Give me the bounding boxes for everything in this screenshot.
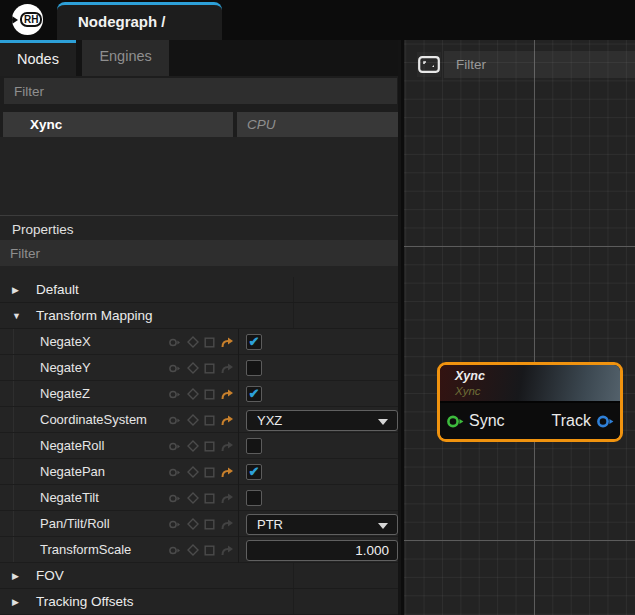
- group-row-fov[interactable]: ▶FOV: [0, 563, 398, 589]
- tab-nodes[interactable]: Nodes: [0, 40, 76, 76]
- diamond-icon[interactable]: [187, 440, 199, 452]
- node-list-name[interactable]: Xync: [3, 112, 233, 137]
- checkbox-negatex[interactable]: ✔: [246, 334, 262, 350]
- properties-tree: ▶Default▼Transform MappingNegateX✔Negate…: [0, 277, 398, 615]
- property-row-negatetilt[interactable]: NegateTilt: [0, 485, 398, 511]
- tab-nodegraph-actions[interactable]: Nodegraph / Actions: [57, 2, 222, 40]
- node-xync[interactable]: Xync Xync Sync Track: [437, 362, 623, 442]
- properties-filter-input[interactable]: [0, 240, 398, 266]
- node-list-row[interactable]: Xync CPU: [0, 112, 398, 137]
- node-header[interactable]: Xync Xync: [440, 365, 620, 401]
- diamond-icon[interactable]: [187, 362, 199, 374]
- property-value: 1.000: [238, 537, 398, 563]
- diamond-icon[interactable]: [187, 336, 199, 348]
- link-arrow-icon[interactable]: [220, 492, 234, 504]
- link-arrow-icon[interactable]: [220, 388, 234, 400]
- nodegraph-canvas[interactable]: Xync Xync Sync Track: [404, 40, 635, 615]
- canvas-filter-input[interactable]: [444, 51, 635, 78]
- logo-text: RH: [20, 12, 42, 27]
- chevron-right-icon[interactable]: ▶: [12, 277, 19, 303]
- port-sync[interactable]: Sync: [446, 412, 505, 430]
- dropdown-value: YXZ: [257, 413, 282, 428]
- chevron-down-icon: [378, 419, 388, 425]
- app-window: RH Nodegraph / Actions Nodes Engines Xyn…: [0, 0, 635, 615]
- grid-major-hline: [404, 246, 635, 247]
- fit-view-icon: [418, 56, 440, 73]
- connector-icon[interactable]: [168, 493, 182, 504]
- diamond-icon[interactable]: [187, 388, 199, 400]
- connector-icon[interactable]: [168, 363, 182, 374]
- link-arrow-icon[interactable]: [220, 336, 234, 348]
- left-panel: Nodes Engines Xync CPU Properties ▶Defau…: [0, 40, 401, 615]
- input-port-icon[interactable]: [446, 414, 464, 429]
- group-row-transform-mapping[interactable]: ▼Transform Mapping: [0, 303, 398, 329]
- square-icon[interactable]: [204, 337, 215, 348]
- property-value: ✔: [238, 329, 398, 355]
- property-row-coordinatesystem[interactable]: CoordinateSystemYXZ: [0, 407, 398, 433]
- link-arrow-icon[interactable]: [220, 362, 234, 374]
- chevron-down-icon[interactable]: ▼: [12, 303, 21, 329]
- group-label: Tracking Offsets: [36, 589, 134, 615]
- app-logo[interactable]: RH: [12, 4, 43, 35]
- checkbox-negatey[interactable]: [246, 360, 262, 376]
- input-transformscale[interactable]: 1.000: [246, 540, 398, 561]
- port-track[interactable]: Track: [552, 412, 614, 430]
- group-row-default[interactable]: ▶Default: [0, 277, 398, 303]
- diamond-icon[interactable]: [187, 492, 199, 504]
- diamond-icon[interactable]: [187, 466, 199, 478]
- property-row-negatez[interactable]: NegateZ✔: [0, 381, 398, 407]
- checkbox-negatez[interactable]: ✔: [246, 386, 262, 402]
- square-icon[interactable]: [204, 441, 215, 452]
- property-state-icons: [168, 433, 234, 459]
- chevron-right-icon[interactable]: ▶: [12, 589, 19, 615]
- property-row-negateroll[interactable]: NegateRoll: [0, 433, 398, 459]
- connector-icon[interactable]: [168, 467, 182, 478]
- square-icon[interactable]: [204, 545, 215, 556]
- property-state-icons: [168, 355, 234, 381]
- connector-icon[interactable]: [168, 441, 182, 452]
- square-icon[interactable]: [204, 493, 215, 504]
- checkbox-negatetilt[interactable]: [246, 490, 262, 506]
- property-row-pan-tilt-roll[interactable]: Pan/Tilt/RollPTR: [0, 511, 398, 537]
- property-label: CoordinateSystem: [40, 407, 147, 433]
- property-value: ✔: [238, 459, 398, 485]
- checkbox-negateroll[interactable]: [246, 438, 262, 454]
- checkbox-negatepan[interactable]: ✔: [246, 464, 262, 480]
- diamond-icon[interactable]: [187, 518, 199, 530]
- diamond-icon[interactable]: [187, 414, 199, 426]
- tab-engines[interactable]: Engines: [82, 40, 168, 76]
- dropdown-pan-tilt-roll[interactable]: PTR: [246, 514, 398, 535]
- link-arrow-icon[interactable]: [220, 518, 234, 530]
- square-icon[interactable]: [204, 519, 215, 530]
- property-row-negatex[interactable]: NegateX✔: [0, 329, 398, 355]
- link-arrow-icon[interactable]: [220, 466, 234, 478]
- square-icon[interactable]: [204, 415, 215, 426]
- property-row-transformscale[interactable]: TransformScale1.000: [0, 537, 398, 563]
- node-filter-input[interactable]: [4, 78, 397, 104]
- property-value: [238, 485, 398, 511]
- output-port-icon[interactable]: [596, 414, 614, 429]
- connector-icon[interactable]: [168, 519, 182, 530]
- fit-view-button[interactable]: [417, 52, 441, 77]
- chevron-right-icon[interactable]: ▶: [12, 563, 19, 589]
- square-icon[interactable]: [204, 363, 215, 374]
- dropdown-coordinatesystem[interactable]: YXZ: [246, 410, 398, 431]
- dropdown-value: PTR: [257, 517, 283, 532]
- node-list-engine[interactable]: CPU: [237, 112, 398, 137]
- property-row-negatey[interactable]: NegateY: [0, 355, 398, 381]
- connector-icon[interactable]: [168, 389, 182, 400]
- panel-tab-bar: Nodes Engines: [0, 40, 398, 76]
- group-label: Default: [36, 277, 79, 303]
- connector-icon[interactable]: [168, 415, 182, 426]
- property-row-negatepan[interactable]: NegatePan✔: [0, 459, 398, 485]
- square-icon[interactable]: [204, 389, 215, 400]
- diamond-icon[interactable]: [187, 544, 199, 556]
- connector-icon[interactable]: [168, 545, 182, 556]
- group-row-tracking-offsets[interactable]: ▶Tracking Offsets: [0, 589, 398, 615]
- property-label: NegateY: [40, 355, 91, 381]
- square-icon[interactable]: [204, 467, 215, 478]
- connector-icon[interactable]: [168, 337, 182, 348]
- link-arrow-icon[interactable]: [220, 414, 234, 426]
- link-arrow-icon[interactable]: [220, 440, 234, 452]
- link-arrow-icon[interactable]: [220, 544, 234, 556]
